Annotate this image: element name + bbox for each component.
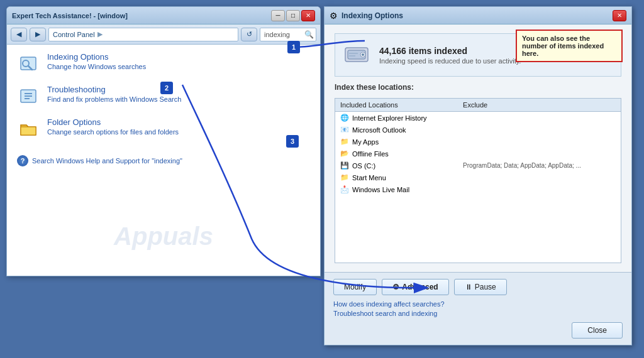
location-name: OS (C:) (352, 162, 375, 170)
window-controls: ─ □ ✕ (271, 10, 315, 21)
col-header-exclude: Exclude (458, 99, 621, 112)
advanced-icon: ⚙ (392, 283, 399, 291)
location-exclude-cell (458, 124, 621, 136)
location-name-cell: 📁 Start Menu (335, 171, 458, 183)
table-row: 📁 My Apps (335, 136, 621, 148)
footer-buttons: Modify ⚙ Advanced ⏸ Pause (333, 279, 623, 295)
location-name-cell: 📧 Microsoft Outlook (335, 124, 458, 136)
location-name: My Apps (352, 138, 379, 146)
breadcrumb[interactable]: Control Panel ▶ (48, 28, 238, 41)
badge-2: 2 (160, 82, 173, 94)
help-link[interactable]: ? Search Windows Help and Support for "i… (17, 155, 310, 166)
dialog-footer: Modify ⚙ Advanced ⏸ Pause How does index… (325, 272, 631, 345)
close-button[interactable]: Close (572, 322, 623, 339)
window-titlebar: Expert Tech Assistance! - [window] ─ □ ✕ (7, 7, 320, 24)
location-icon: 📁 (340, 173, 349, 182)
location-name-cell: 💾 OS (C:) (335, 160, 458, 171)
hdd-icon (341, 39, 372, 71)
search-box-container: 🔍 (260, 28, 316, 41)
troubleshooting-desc: Find and fix problems with Windows Searc… (47, 95, 181, 103)
dialog-title: Indexing Options (341, 11, 613, 20)
address-bar: ◀ ▶ Control Panel ▶ ↺ 🔍 (7, 24, 320, 45)
location-name-cell: 📁 My Apps (335, 136, 458, 148)
result-item-indexing: Indexing Options Change how Windows sear… (17, 52, 310, 75)
indexing-icon (17, 52, 40, 75)
badge-1: 1 (287, 41, 300, 53)
table-row: 📂 Offline Files (335, 148, 621, 160)
location-name: Offline Files (352, 150, 389, 158)
location-name-cell: 📂 Offline Files (335, 148, 458, 160)
advanced-button[interactable]: ⚙ Advanced (382, 279, 448, 295)
table-row: 💾 OS (C:) ProgramData; Data; AppData; Ap… (335, 160, 621, 171)
index-these-label: Index these locations: (335, 83, 621, 92)
dialog-close-button[interactable]: ✕ (613, 10, 626, 21)
table-row: 📁 Start Menu (335, 171, 621, 183)
callout-box: You can also see the number of items ind… (516, 30, 623, 62)
location-icon: 📂 (340, 149, 349, 158)
svg-rect-7 (21, 127, 36, 135)
locations-table-container: Included Locations Exclude 🌐 Internet Ex… (335, 98, 621, 263)
pause-icon: ⏸ (465, 283, 472, 291)
location-icon: 📧 (340, 126, 349, 134)
link-troubleshoot[interactable]: Troubleshoot search and indexing (333, 310, 623, 317)
indexing-title[interactable]: Indexing Options (47, 52, 146, 62)
modify-button[interactable]: Modify (333, 279, 377, 295)
troubleshooting-icon (17, 85, 40, 107)
location-name: Microsoft Outlook (352, 126, 406, 134)
watermark: Appuals (114, 222, 213, 251)
location-name-cell: 📩 Windows Live Mail (335, 183, 458, 195)
folder-options-icon (17, 117, 40, 140)
stats-text: 44,166 items indexed Indexing speed is r… (379, 46, 521, 65)
link-indexing-affect[interactable]: How does indexing affect searches? (333, 300, 623, 308)
svg-point-11 (362, 53, 364, 56)
help-text: Search Windows Help and Support for "ind… (32, 157, 182, 165)
col-header-locations: Included Locations (335, 99, 458, 112)
folder-desc: Change search options for files and fold… (47, 128, 179, 136)
location-name: Internet Explorer History (352, 114, 427, 122)
location-exclude-cell: ProgramData; Data; AppData; AppData; ... (458, 160, 621, 171)
back-button[interactable]: ◀ (11, 28, 27, 41)
window-title: Expert Tech Assistance! - [window] (12, 12, 271, 19)
location-exclude-cell (458, 136, 621, 148)
location-name: Start Menu (352, 174, 386, 182)
location-icon: 🌐 (340, 114, 349, 122)
badge-3: 3 (286, 135, 299, 148)
table-row: 🌐 Internet Explorer History (335, 112, 621, 124)
location-name-cell: 🌐 Internet Explorer History (335, 112, 458, 124)
table-row: 📩 Windows Live Mail (335, 183, 621, 195)
control-panel-window: Expert Tech Assistance! - [window] ─ □ ✕… (6, 6, 321, 276)
folder-title[interactable]: Folder Options (47, 117, 179, 127)
pause-button[interactable]: ⏸ Pause (454, 279, 507, 295)
indexing-desc: Change how Windows searches (47, 63, 146, 70)
dialog-titlebar: ⚙ Indexing Options ✕ (325, 7, 631, 24)
maximize-button[interactable]: □ (286, 10, 300, 21)
location-exclude-cell (458, 148, 621, 160)
folder-text-block: Folder Options Change search options for… (47, 117, 179, 136)
footer-links: How does indexing affect searches? Troub… (333, 300, 623, 317)
callout-text: You can also see the number of items ind… (522, 35, 604, 57)
forward-button[interactable]: ▶ (30, 28, 46, 41)
location-icon: 💾 (340, 161, 349, 170)
location-exclude-cell (458, 171, 621, 183)
close-row: Close (333, 322, 623, 339)
items-indexed-count: 44,166 items indexed (379, 46, 521, 56)
window-close-button[interactable]: ✕ (301, 10, 315, 21)
indexing-options-dialog: ⚙ Indexing Options ✕ You can also see th… (324, 6, 632, 345)
result-item-folder: Folder Options Change search options for… (17, 117, 310, 140)
search-input[interactable] (260, 28, 316, 41)
indexing-text-block: Indexing Options Change how Windows sear… (47, 52, 146, 70)
location-icon: 📁 (340, 138, 349, 146)
locations-table: Included Locations Exclude 🌐 Internet Ex… (335, 99, 621, 195)
minimize-button[interactable]: ─ (271, 10, 285, 21)
help-icon: ? (17, 155, 28, 166)
dialog-title-icon: ⚙ (330, 11, 338, 21)
location-name: Windows Live Mail (352, 186, 409, 193)
location-icon: 📩 (340, 185, 349, 193)
table-row: 📧 Microsoft Outlook (335, 124, 621, 136)
location-exclude-cell (458, 183, 621, 195)
refresh-button[interactable]: ↺ (241, 28, 257, 41)
indexing-speed-text: Indexing speed is reduced due to user ac… (379, 57, 521, 65)
location-exclude-cell (458, 112, 621, 124)
main-content: Indexing Options Change how Windows sear… (7, 45, 320, 276)
